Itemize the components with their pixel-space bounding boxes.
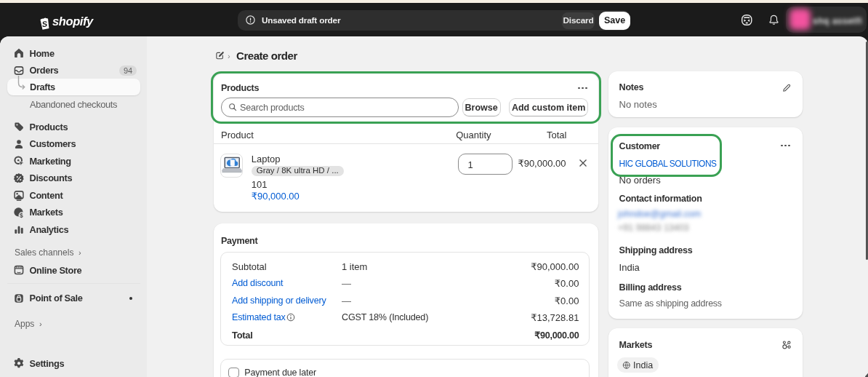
svg-text:$: $ (19, 211, 23, 218)
